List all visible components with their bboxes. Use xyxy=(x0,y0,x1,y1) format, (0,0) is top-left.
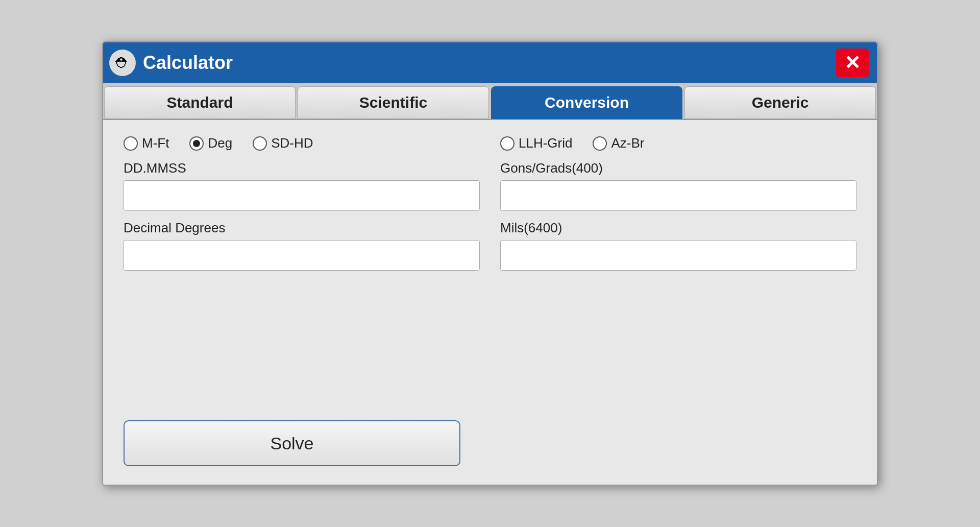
radio-circle-sd-hd xyxy=(253,136,267,151)
bottom-area: Solve xyxy=(124,306,856,471)
tab-standard[interactable]: Standard xyxy=(104,86,296,119)
radio-m-ft[interactable]: M-Ft xyxy=(124,135,169,151)
left-radio-options: M-Ft Deg SD-HD xyxy=(124,135,480,151)
right-radio-options: LLH-Grid Az-Br xyxy=(500,135,856,151)
radio-circle-az-br xyxy=(593,136,607,151)
left-field2-label: Decimal Degrees xyxy=(124,220,480,236)
panels-row: M-Ft Deg SD-HD DD.MMSS Decimal Degrees xyxy=(124,135,856,301)
tab-generic[interactable]: Generic xyxy=(684,86,876,119)
title-bar: ⛑ Calculator ✕ xyxy=(103,42,877,83)
radio-circle-deg xyxy=(189,136,204,151)
radio-label-az-br: Az-Br xyxy=(611,135,644,151)
radio-az-br[interactable]: Az-Br xyxy=(593,135,644,151)
helmet-icon: ⛑ xyxy=(109,50,136,76)
radio-sd-hd[interactable]: SD-HD xyxy=(253,135,313,151)
radio-label-deg: Deg xyxy=(208,135,232,151)
right-field1-input[interactable] xyxy=(500,180,856,211)
left-field2-input[interactable] xyxy=(124,240,480,271)
left-field1-label: DD.MMSS xyxy=(124,160,480,176)
right-panel: LLH-Grid Az-Br Gons/Grads(400) Mils(6400… xyxy=(500,135,856,301)
radio-label-m-ft: M-Ft xyxy=(142,135,169,151)
radio-label-llh-grid: LLH-Grid xyxy=(519,135,572,151)
left-panel: M-Ft Deg SD-HD DD.MMSS Decimal Degrees xyxy=(124,135,500,301)
left-field1-input[interactable] xyxy=(124,180,480,211)
solve-button[interactable]: Solve xyxy=(124,420,460,466)
right-field1-label: Gons/Grads(400) xyxy=(500,160,856,176)
tab-bar: Standard Scientific Conversion Generic xyxy=(103,83,877,120)
tab-scientific[interactable]: Scientific xyxy=(298,86,489,119)
right-field2-label: Mils(6400) xyxy=(500,220,856,236)
radio-llh-grid[interactable]: LLH-Grid xyxy=(500,135,572,151)
radio-circle-llh-grid xyxy=(500,136,514,151)
radio-circle-m-ft xyxy=(124,136,138,151)
radio-deg[interactable]: Deg xyxy=(189,135,232,151)
tab-conversion[interactable]: Conversion xyxy=(491,86,682,119)
right-field2-input[interactable] xyxy=(500,240,856,271)
close-button[interactable]: ✕ xyxy=(836,49,869,77)
radio-label-sd-hd: SD-HD xyxy=(271,135,313,151)
title-bar-left: ⛑ Calculator xyxy=(109,50,233,76)
app-window: ⛑ Calculator ✕ Standard Scientific Conve… xyxy=(102,41,878,486)
app-title: Calculator xyxy=(143,52,233,74)
main-content: M-Ft Deg SD-HD DD.MMSS Decimal Degrees xyxy=(103,120,877,486)
solve-row: Solve xyxy=(124,420,856,471)
